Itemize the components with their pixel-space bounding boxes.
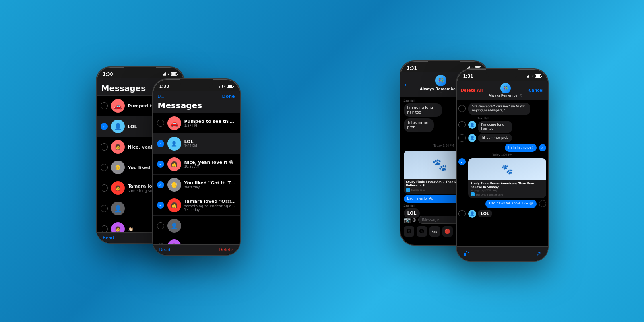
back-button[interactable]: ‹ xyxy=(405,81,407,88)
select-circle[interactable] xyxy=(458,210,466,217)
photos-app-btn[interactable]: 🖼 xyxy=(404,226,414,237)
select-circle-checked[interactable] xyxy=(157,202,164,209)
received-bubble: I'm going long hair too xyxy=(478,121,513,133)
select-circle-checked[interactable] xyxy=(458,158,466,165)
message-row: 👤 Till summer prob xyxy=(468,134,546,142)
snoopy-figure: 🐾 xyxy=(501,164,513,175)
selectable-item[interactable]: Bad news for Apple TV+ 😢 xyxy=(458,200,546,208)
messages-header: D... Done Messages xyxy=(153,91,240,113)
link-url: twitter.com xyxy=(411,188,425,191)
signal-icon xyxy=(527,74,530,78)
read-button[interactable]: Read xyxy=(103,235,114,240)
selectable-item[interactable]: Hahaha, noice! xyxy=(458,144,546,152)
select-circle[interactable] xyxy=(157,222,164,229)
sender-label: Zac Hall xyxy=(404,99,452,103)
delete-button[interactable]: Delete xyxy=(219,247,233,252)
list-item[interactable]: 👩 Tamara loved "O!!!! There's something … xyxy=(153,195,240,216)
select-circle[interactable] xyxy=(539,200,546,207)
delete-all-button[interactable]: Delete All xyxy=(461,88,483,93)
select-circle-checked[interactable] xyxy=(157,161,164,168)
share-icon[interactable]: ↗ xyxy=(536,250,541,258)
wifi-icon: ▾ xyxy=(167,72,169,76)
list-item[interactable]: 🚗 Pumped to see this v3 roof unveil! 1:2… xyxy=(153,113,240,134)
list-item[interactable]: 👤 xyxy=(153,216,240,236)
apps-icon[interactable]: ⊕ xyxy=(412,217,417,223)
contact-info: 👫 Always Remember ♡ xyxy=(483,83,528,97)
select-circle-checked[interactable] xyxy=(157,140,164,147)
select-circle-checked[interactable] xyxy=(539,144,546,151)
applepay-btn[interactable]: Pay xyxy=(429,226,440,237)
front-phone-right: 1:31 ▾ Delete All 👫 Always Remember ♡ Ca… xyxy=(456,68,549,262)
selection-nav: Delete All 👫 Always Remember ♡ Cancel xyxy=(457,80,548,100)
link-source: The Onion twitter.com xyxy=(471,192,544,196)
select-circle-checked[interactable] xyxy=(101,123,108,130)
message-time: Yesterday xyxy=(184,208,236,212)
select-circle[interactable] xyxy=(101,143,108,151)
selectable-item[interactable]: "Its spacecraft can host up to six payin… xyxy=(458,103,546,115)
link-card: 🐾 Study Finds Fewer Americans Than Ever … xyxy=(468,158,546,198)
chrome-btn[interactable]: 🔴 xyxy=(442,226,453,237)
message-bubble-container: Zac Hall I'm going long hair too xyxy=(404,99,452,117)
source-name: The Onion xyxy=(476,193,488,196)
list-item[interactable]: 👤 LOL 1:04 PM xyxy=(153,134,240,154)
avatar: 👤 xyxy=(468,121,476,129)
appstore-app-btn[interactable]: 🅐 xyxy=(417,226,427,237)
done-button[interactable]: Done xyxy=(222,94,235,99)
selectable-item[interactable]: 👤 LOL xyxy=(458,210,546,218)
time: 1:30 xyxy=(159,84,169,89)
select-circle[interactable] xyxy=(458,121,466,128)
messages-title: Messages xyxy=(158,101,235,110)
select-circle[interactable] xyxy=(101,225,108,233)
select-circle[interactable] xyxy=(101,205,108,212)
message-content: Nice, yeah love it 😁 10:35 AM xyxy=(184,160,236,169)
trash-icon[interactable]: 🗑 xyxy=(463,250,470,258)
avatar: 👩 xyxy=(167,198,181,212)
list-item[interactable]: 👴 You liked "Got it. Thanks" Yesterday xyxy=(153,175,240,195)
edit-button[interactable]: D... xyxy=(158,94,165,99)
read-button[interactable]: Read xyxy=(159,247,171,252)
avatar: 👤 xyxy=(468,134,476,142)
select-circle[interactable] xyxy=(101,102,108,109)
twitter-icon xyxy=(471,192,475,196)
snoopy-figure: 🐾 xyxy=(432,158,447,172)
link-card-wrapper: 🐾 Study Finds Fewer Americans Than Ever … xyxy=(468,158,546,198)
message-content: Tamara loved "O!!!! There's something so… xyxy=(184,199,236,212)
selectable-messages: "Its spacecraft can host up to six payin… xyxy=(457,100,548,248)
notch xyxy=(124,67,156,76)
contact-name: Always Remember ♡ xyxy=(483,94,528,97)
screen: Delete All 👫 Always Remember ♡ Cancel "I… xyxy=(457,80,548,261)
select-circle[interactable] xyxy=(101,184,108,192)
list-item[interactable]: 👩 Nice, yeah love it 😁 10:35 AM xyxy=(153,154,240,175)
avatar: 👤 xyxy=(167,219,181,233)
battery-icon xyxy=(535,74,541,78)
select-circle[interactable] xyxy=(101,164,108,171)
selectable-item[interactable]: 🐾 Study Finds Fewer Americans Than Ever … xyxy=(458,158,546,198)
avatar: 👩 xyxy=(111,181,125,195)
snoopy-image: 🐾 xyxy=(468,158,546,180)
notch xyxy=(180,79,213,88)
cancel-button[interactable]: Cancel xyxy=(528,88,543,93)
selectable-item[interactable]: 👤 Till summer prob xyxy=(458,134,546,142)
message-time: 10:35 AM xyxy=(184,165,236,169)
message-time: 1:04 PM xyxy=(184,144,236,148)
message-col: Zac Hall I'm going long hair too xyxy=(478,117,522,133)
avatar: 👤 xyxy=(167,137,181,151)
link-card-content: Study Finds Fewer Americans Than Ever Be… xyxy=(468,180,546,198)
avatar: 👩 xyxy=(111,140,125,154)
select-circle[interactable] xyxy=(458,105,466,112)
avatar: 👩 xyxy=(167,157,181,171)
lol-bubble: LOL xyxy=(478,210,493,217)
wifi-icon: ▾ xyxy=(224,85,225,88)
selectable-item[interactable]: 👤 Zac Hall I'm going long hair too xyxy=(458,117,546,133)
select-circle[interactable] xyxy=(458,134,466,142)
message-preview: something so endearing about a t... xyxy=(184,204,236,208)
signal-icon xyxy=(163,72,166,76)
message-row: 👤 LOL xyxy=(468,210,493,218)
select-circle[interactable] xyxy=(157,120,164,127)
camera-icon[interactable]: 📷 xyxy=(404,217,411,223)
avatar: 👴 xyxy=(167,178,181,192)
sent-bubble: Bad news for Apple TV+ 😢 xyxy=(485,200,536,208)
wifi-icon: ▾ xyxy=(532,74,533,78)
select-circle-checked[interactable] xyxy=(157,181,164,188)
source-url: twitter.com xyxy=(489,193,503,196)
